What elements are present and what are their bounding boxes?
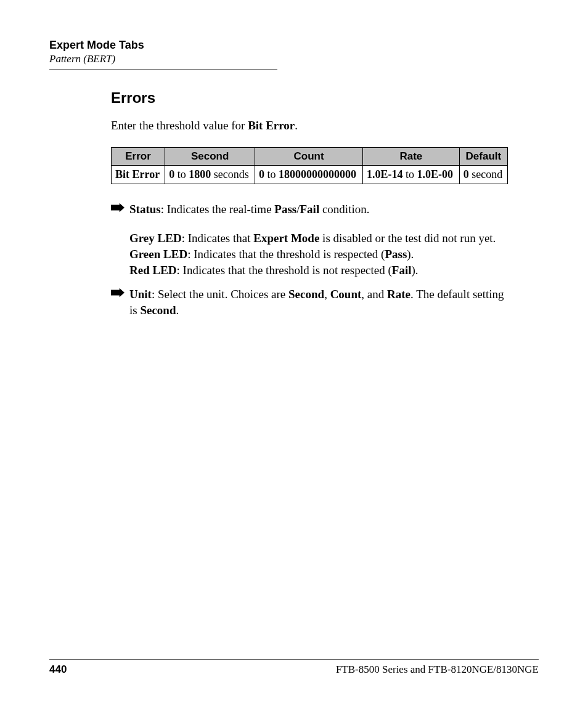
grey-expert: Expert Mode — [253, 232, 319, 245]
unit-t3: . — [176, 304, 179, 317]
rate-mid: to — [403, 168, 417, 181]
intro-post: . — [295, 119, 298, 132]
red-t2: ). — [412, 264, 419, 277]
footer-doc-title: FTB-8500 Series and FTB-8120NGE/8130NGE — [336, 663, 539, 676]
th-rate: Rate — [363, 147, 460, 165]
arrow-icon — [111, 288, 129, 300]
status-t1: : Indicates the real-time — [161, 203, 275, 216]
red-t1: : Indicates that the threshold is not re… — [177, 264, 392, 277]
section-title: Errors — [111, 89, 508, 107]
rate-b2: 1.0E-00 — [417, 168, 454, 181]
header-title: Expert Mode Tabs — [49, 39, 539, 52]
th-second: Second — [165, 147, 255, 165]
cell-error: Bit Error — [112, 165, 165, 184]
cell-default: 0 second — [459, 165, 507, 184]
cnt-b1: 0 — [259, 168, 264, 181]
errors-table: Error Second Count Rate Default Bit Erro… — [111, 147, 508, 184]
bullet-unit: Unit: Select the unit. Choices are Secon… — [111, 286, 508, 323]
cnt-b2: 18000000000000 — [279, 168, 356, 181]
grey-label: Grey LED — [129, 232, 182, 245]
content-area: Errors Enter the threshold value for Bit… — [111, 89, 508, 331]
grey-t2: is disabled or the test did not run yet. — [319, 232, 496, 245]
unit-t1: : Select the unit. Choices are — [152, 288, 288, 301]
status-pass: Pass — [274, 203, 296, 216]
unit-label: Unit — [129, 288, 152, 301]
status-t2: condition. — [319, 203, 369, 216]
th-count: Count — [255, 147, 363, 165]
th-default: Default — [459, 147, 507, 165]
green-label: Green LED — [129, 248, 187, 261]
page-header: Expert Mode Tabs Pattern (BERT) — [49, 39, 539, 70]
cell-second: 0 to 1800 seconds — [165, 165, 255, 184]
bullet-status-body: Status: Indicates the real-time Pass/Fai… — [129, 201, 508, 222]
status-label: Status — [129, 203, 161, 216]
green-pass: Pass — [385, 248, 407, 261]
cell-error-b: Bit Error — [115, 168, 160, 181]
intro-bold: Bit Error — [248, 119, 295, 132]
intro-text: Enter the threshold value for Bit Error. — [111, 118, 508, 134]
page-footer: 440 FTB-8500 Series and FTB-8120NGE/8130… — [49, 659, 539, 676]
footer-rule — [49, 659, 539, 660]
status-details: Grey LED: Indicates that Expert Mode is … — [129, 230, 508, 278]
arrow-icon — [111, 203, 129, 215]
sec-b2: 1800 — [189, 168, 211, 181]
table-row: Bit Error 0 to 1800 seconds 0 to 1800000… — [112, 165, 508, 184]
sec-b1: 0 — [169, 168, 174, 181]
grey-t1: : Indicates that — [182, 232, 254, 245]
bullet-unit-body: Unit: Select the unit. Choices are Secon… — [129, 286, 508, 323]
red-label: Red LED — [129, 264, 177, 277]
status-fail: Fail — [300, 203, 320, 216]
unit-c3: Rate — [387, 288, 410, 301]
unit-comma1: , — [324, 288, 330, 301]
footer-row: 440 FTB-8500 Series and FTB-8120NGE/8130… — [49, 663, 539, 676]
rate-b1: 1.0E-14 — [367, 168, 403, 181]
cnt-mid: to — [264, 168, 279, 181]
unit-c2: Count — [330, 288, 362, 301]
red-fail: Fail — [392, 264, 412, 277]
footer-page-number: 440 — [49, 663, 67, 676]
th-error: Error — [112, 147, 165, 165]
header-rule — [49, 69, 277, 70]
unit-comma2: , and — [361, 288, 387, 301]
intro-pre: Enter the threshold value for — [111, 119, 248, 132]
cell-rate: 1.0E-14 to 1.0E-00 — [363, 165, 460, 184]
header-subtitle: Pattern (BERT) — [49, 53, 539, 65]
def-b: 0 — [463, 168, 469, 181]
unit-def: Second — [140, 304, 176, 317]
unit-c1: Second — [288, 288, 324, 301]
bullet-status: Status: Indicates the real-time Pass/Fai… — [111, 201, 508, 222]
sec-post: seconds — [211, 168, 249, 181]
def-post: second — [469, 168, 502, 181]
sec-mid: to — [174, 168, 189, 181]
green-t2: ). — [407, 248, 414, 261]
table-header-row: Error Second Count Rate Default — [112, 147, 508, 165]
green-t1: : Indicates that the threshold is respec… — [187, 248, 385, 261]
cell-count: 0 to 18000000000000 — [255, 165, 363, 184]
